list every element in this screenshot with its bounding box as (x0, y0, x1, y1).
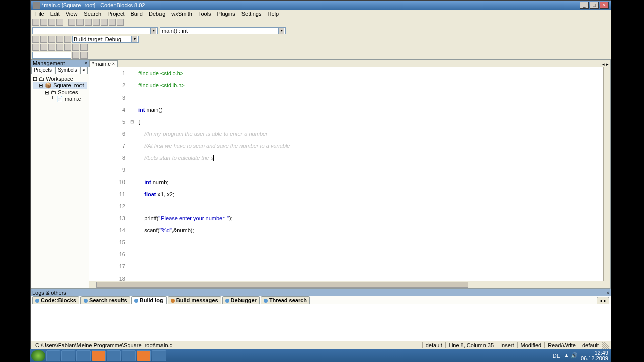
toolbar-scope: ▾ main() : int▾ (31, 26, 611, 35)
taskbar-app-5[interactable] (107, 350, 121, 361)
replace-icon[interactable] (117, 19, 124, 26)
status-encoding: default (423, 342, 446, 348)
debug-start-icon[interactable] (32, 44, 39, 51)
menu-view[interactable]: View (63, 11, 81, 17)
menu-debug[interactable]: Debug (146, 11, 168, 17)
logs-tab-codeblocks[interactable]: Code::Blocks (32, 296, 79, 304)
step-over-icon[interactable] (48, 44, 55, 51)
resize-grip-icon[interactable] (602, 342, 609, 349)
logs-tab-debugger[interactable]: Debugger (222, 296, 260, 304)
editor-area: *main.c × ◂ ▸ 12345678910111213141516171… (89, 59, 611, 288)
management-title-label: Management (33, 60, 65, 66)
chevron-down-icon: ▾ (278, 28, 284, 34)
taskbar-app-3[interactable] (76, 350, 91, 361)
scope-left-combo[interactable]: ▾ (32, 27, 158, 34)
step-into-icon[interactable] (56, 44, 63, 51)
title-bar[interactable]: *main.c [Square_root] - Code::Blocks 8.0… (31, 1, 611, 10)
editor-tab-close-icon[interactable]: × (112, 61, 115, 66)
paste-icon[interactable] (101, 19, 108, 26)
menu-build[interactable]: Build (127, 11, 145, 17)
editor-tab-nav[interactable]: ◂ ▸ (601, 62, 610, 67)
windows-taskbar[interactable]: DE ▲ 🔊 12:49 06.12.2009 (30, 349, 611, 362)
toolbar-debugger (31, 43, 611, 51)
menu-edit[interactable]: Edit (47, 11, 63, 17)
build-run-icon[interactable] (48, 36, 55, 43)
cut-icon[interactable] (85, 19, 92, 26)
code-editor[interactable]: 12345678910111213141516171819 ⊟ #include… (89, 67, 610, 281)
tray-lang[interactable]: DE (553, 353, 560, 359)
menu-plugins[interactable]: Plugins (214, 11, 238, 17)
menu-tools[interactable]: Tools (195, 11, 214, 17)
menu-project[interactable]: Project (104, 11, 127, 17)
new-file-icon[interactable] (32, 19, 39, 26)
tab-projects[interactable]: Projects (31, 67, 54, 74)
line-gutter: 12345678910111213141516171819 (89, 67, 129, 281)
chevron-down-icon: ▾ (131, 36, 137, 42)
logs-tab-nav[interactable]: ◂ ▸ (597, 297, 609, 304)
taskbar-app-7[interactable] (137, 350, 151, 361)
open-icon[interactable] (40, 19, 47, 26)
continue-icon[interactable] (72, 44, 79, 51)
search-options-icon[interactable] (80, 52, 88, 59)
tray-clock[interactable]: 12:49 06.12.2009 (581, 350, 608, 361)
maximize-button[interactable]: □ (590, 2, 599, 9)
logs-tab-threadsearch[interactable]: Thread search (261, 296, 310, 304)
source-text[interactable]: #include <stdio.h> #include <stdlib.h> i… (135, 67, 603, 281)
rebuild-icon[interactable] (56, 36, 63, 43)
debug-stop-icon[interactable] (40, 44, 47, 51)
tray-icons[interactable]: ▲ 🔊 (564, 352, 578, 359)
find-icon[interactable] (109, 19, 116, 26)
scope-combo[interactable]: main() : int▾ (160, 27, 286, 34)
editor-tab-mainc[interactable]: *main.c × (89, 60, 118, 67)
taskbar-app-firefox[interactable] (92, 350, 106, 361)
tree-project[interactable]: ⊟ 📦 Square_root (33, 82, 87, 89)
run-icon[interactable] (40, 36, 47, 43)
close-button[interactable]: × (600, 2, 609, 9)
window-title: *main.c [Square_root] - Code::Blocks 8.0… (42, 2, 145, 8)
tree-workspace[interactable]: ⊟ 🗀 Workspace (33, 76, 87, 82)
menu-help[interactable]: Help (264, 11, 282, 17)
menu-file[interactable]: File (32, 11, 47, 17)
logs-tab-buildmessages[interactable]: Build messages (168, 296, 221, 304)
start-button[interactable] (31, 350, 45, 361)
text-caret (213, 155, 214, 161)
copy-icon[interactable] (93, 19, 100, 26)
app-window: *main.c [Square_root] - Code::Blocks 8.0… (30, 0, 611, 349)
save-icon[interactable] (48, 19, 55, 26)
build-target-combo[interactable]: Build target: Debug▾ (72, 36, 139, 43)
step-out-icon[interactable] (64, 44, 71, 51)
tree-sources[interactable]: ⊟ 🗀 Sources (33, 89, 87, 96)
tree-file-mainc[interactable]: └ 📄 main.c (33, 96, 87, 102)
management-close-icon[interactable]: × (85, 61, 87, 66)
save-all-icon[interactable] (56, 19, 63, 26)
menu-wxsmith[interactable]: wxSmith (168, 11, 195, 17)
undo-icon[interactable] (68, 19, 75, 26)
taskbar-app-8[interactable] (152, 350, 166, 361)
system-tray[interactable]: DE ▲ 🔊 12:49 06.12.2009 (553, 350, 610, 361)
build-icon[interactable] (32, 36, 39, 43)
project-tree[interactable]: ⊟ 🗀 Workspace ⊟ 📦 Square_root ⊟ 🗀 Source… (31, 74, 89, 288)
tab-symbols[interactable]: Symbols (55, 67, 79, 74)
breakpoint-icon[interactable] (80, 44, 88, 51)
taskbar-app-6[interactable] (122, 350, 136, 361)
logs-body[interactable] (31, 304, 611, 341)
search-go-icon[interactable] (72, 52, 79, 59)
quick-search-input[interactable] (32, 52, 71, 59)
logs-tab-searchresults[interactable]: Search results (80, 296, 130, 304)
logs-tab-buildlog[interactable]: Build log (131, 296, 167, 304)
scrollbar-thumb[interactable] (96, 282, 468, 288)
management-panel: Management × Projects Symbols ◂ ▸ ⊟ 🗀 Wo… (31, 59, 89, 288)
minimize-button[interactable]: _ (580, 2, 589, 9)
taskbar-app-1[interactable] (46, 350, 60, 361)
management-tabs: Projects Symbols ◂ ▸ (31, 67, 89, 74)
tab-nav-left-icon[interactable]: ◂ (80, 67, 86, 74)
menu-settings[interactable]: Settings (238, 11, 265, 17)
redo-icon[interactable] (76, 19, 84, 26)
horizontal-scrollbar[interactable] (89, 281, 610, 288)
vertical-scrollbar[interactable] (603, 67, 610, 281)
taskbar-app-2[interactable] (61, 350, 75, 361)
menu-search[interactable]: Search (80, 11, 104, 17)
fold-margin[interactable]: ⊟ (129, 67, 135, 281)
logs-close-icon[interactable]: × (607, 290, 609, 295)
abort-icon[interactable] (64, 36, 71, 43)
